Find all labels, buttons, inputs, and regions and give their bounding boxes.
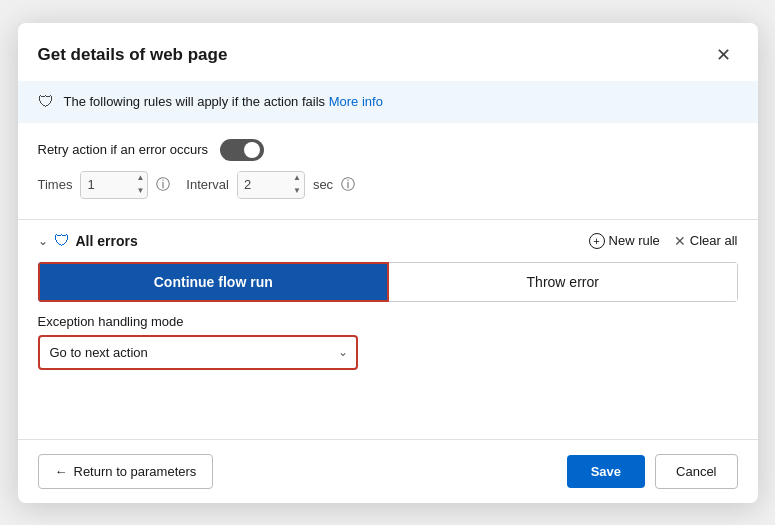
- cancel-button[interactable]: Cancel: [655, 454, 737, 489]
- retry-label: Retry action if an error occurs: [38, 142, 209, 157]
- new-rule-button[interactable]: + New rule: [589, 233, 660, 249]
- throw-error-button[interactable]: Throw error: [389, 262, 738, 302]
- more-info-link[interactable]: More info: [329, 94, 383, 109]
- times-up-button[interactable]: ▲: [133, 172, 147, 185]
- retry-section: Retry action if an error occurs Times ▲ …: [18, 123, 758, 207]
- all-errors-title: All errors: [76, 233, 138, 249]
- info-banner: 🛡 The following rules will apply if the …: [18, 81, 758, 123]
- dialog-title: Get details of web page: [38, 45, 228, 65]
- clear-all-label: Clear all: [690, 233, 738, 248]
- chevron-down-icon[interactable]: ⌄: [38, 234, 48, 248]
- return-to-parameters-button[interactable]: ← Return to parameters: [38, 454, 214, 489]
- exception-label: Exception handling mode: [38, 314, 738, 329]
- times-info-icon[interactable]: ⓘ: [156, 176, 170, 194]
- interval-input-wrap: ▲ ▼: [237, 171, 305, 199]
- plus-circle-icon: +: [589, 233, 605, 249]
- x-icon: ✕: [674, 233, 686, 249]
- footer-left: ← Return to parameters: [38, 454, 214, 489]
- close-button[interactable]: ✕: [710, 41, 738, 69]
- clear-all-button[interactable]: ✕ Clear all: [674, 233, 738, 249]
- continue-flow-button[interactable]: Continue flow run: [38, 262, 390, 302]
- times-input-wrap: ▲ ▼: [80, 171, 148, 199]
- interval-spinner: ▲ ▼: [290, 172, 304, 198]
- dialog-footer: ← Return to parameters Save Cancel: [18, 439, 758, 503]
- interval-input[interactable]: [238, 172, 290, 198]
- info-banner-text: The following rules will apply if the ac…: [64, 94, 383, 109]
- times-input[interactable]: [81, 172, 133, 198]
- times-spinner: ▲ ▼: [133, 172, 147, 198]
- times-row: Times ▲ ▼ ⓘ Interval ▲ ▼ sec ⓘ: [38, 171, 738, 199]
- exception-section: Exception handling mode Go to next actio…: [38, 314, 738, 370]
- exception-dropdown[interactable]: Go to next action Repeat action Go to la…: [38, 335, 358, 370]
- times-down-button[interactable]: ▼: [133, 185, 147, 198]
- shield-blue-icon: 🛡: [54, 232, 70, 250]
- new-rule-label: New rule: [609, 233, 660, 248]
- sec-label: sec: [313, 177, 333, 192]
- shield-icon: 🛡: [38, 93, 54, 111]
- return-label: Return to parameters: [74, 464, 197, 479]
- interval-info-icon[interactable]: ⓘ: [341, 176, 355, 194]
- interval-up-button[interactable]: ▲: [290, 172, 304, 185]
- close-icon: ✕: [716, 44, 731, 66]
- arrow-left-icon: ←: [55, 464, 68, 479]
- all-errors-left: ⌄ 🛡 All errors: [38, 232, 138, 250]
- toggle-slider: [220, 139, 264, 161]
- all-errors-header: ⌄ 🛡 All errors + New rule ✕ Clear all: [38, 232, 738, 250]
- interval-down-button[interactable]: ▼: [290, 185, 304, 198]
- all-errors-section: ⌄ 🛡 All errors + New rule ✕ Clear all Co…: [18, 220, 758, 370]
- interval-label: Interval: [186, 177, 229, 192]
- mode-button-group: Continue flow run Throw error: [38, 262, 738, 302]
- footer-right: Save Cancel: [567, 454, 738, 489]
- dropdown-wrap: Go to next action Repeat action Go to la…: [38, 335, 358, 370]
- save-button[interactable]: Save: [567, 455, 645, 488]
- dialog: Get details of web page ✕ 🛡 The followin…: [18, 23, 758, 503]
- toggle-row: Retry action if an error occurs: [38, 139, 738, 161]
- retry-toggle[interactable]: [220, 139, 264, 161]
- dialog-header: Get details of web page ✕: [18, 23, 758, 81]
- times-label: Times: [38, 177, 73, 192]
- all-errors-right: + New rule ✕ Clear all: [589, 233, 738, 249]
